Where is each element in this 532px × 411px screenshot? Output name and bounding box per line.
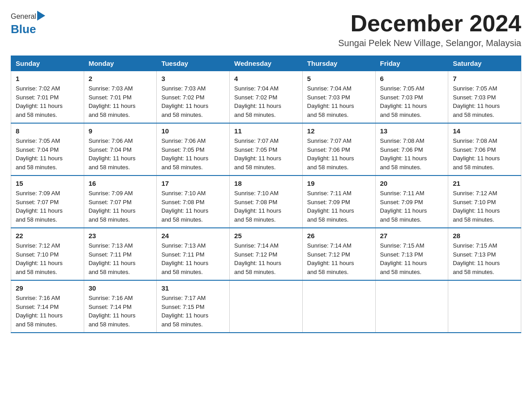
col-header-saturday: Saturday [448,56,521,71]
day-number: 26 [307,232,371,240]
calendar-week-row-4: 22 Sunrise: 7:12 AM Sunset: 7:10 PM Dayl… [11,228,521,280]
location-subtitle: Sungai Pelek New Village, Selangor, Mala… [338,38,521,48]
day-info: Sunrise: 7:11 AM Sunset: 7:09 PM Dayligh… [307,189,371,224]
calendar-week-row-1: 1 Sunrise: 7:02 AM Sunset: 7:01 PM Dayli… [11,71,521,124]
calendar-cell: 13 Sunrise: 7:08 AM Sunset: 7:06 PM Dayl… [375,123,448,176]
calendar-week-row-3: 15 Sunrise: 7:09 AM Sunset: 7:07 PM Dayl… [11,176,521,228]
calendar-cell: 6 Sunrise: 7:05 AM Sunset: 7:03 PM Dayli… [375,71,448,124]
day-info: Sunrise: 7:05 AM Sunset: 7:04 PM Dayligh… [16,137,79,171]
day-info: Sunrise: 7:15 AM Sunset: 7:13 PM Dayligh… [453,241,516,276]
calendar-cell: 4 Sunrise: 7:04 AM Sunset: 7:02 PM Dayli… [230,71,303,124]
calendar-cell: 11 Sunrise: 7:07 AM Sunset: 7:05 PM Dayl… [230,123,303,176]
logo: General Blue [11,11,46,36]
calendar-cell: 22 Sunrise: 7:12 AM Sunset: 7:10 PM Dayl… [11,228,84,280]
day-info: Sunrise: 7:06 AM Sunset: 7:04 PM Dayligh… [89,137,152,171]
day-number: 21 [453,180,516,187]
calendar-cell: 3 Sunrise: 7:03 AM Sunset: 7:02 PM Dayli… [157,71,230,124]
day-number: 10 [161,127,225,135]
calendar-cell: 28 Sunrise: 7:15 AM Sunset: 7:13 PM Dayl… [448,228,521,280]
day-number: 27 [380,232,444,240]
calendar-cell: 14 Sunrise: 7:08 AM Sunset: 7:06 PM Dayl… [448,123,521,176]
day-info: Sunrise: 7:09 AM Sunset: 7:07 PM Dayligh… [89,189,152,224]
day-number: 13 [380,127,444,135]
day-info: Sunrise: 7:07 AM Sunset: 7:05 PM Dayligh… [234,137,298,171]
calendar-cell [230,280,303,333]
calendar-cell: 9 Sunrise: 7:06 AM Sunset: 7:04 PM Dayli… [84,123,157,176]
calendar-week-row-2: 8 Sunrise: 7:05 AM Sunset: 7:04 PM Dayli… [11,123,521,176]
day-number: 24 [161,232,225,240]
calendar-cell: 17 Sunrise: 7:10 AM Sunset: 7:08 PM Dayl… [157,176,230,228]
col-header-sunday: Sunday [11,56,84,71]
day-number: 17 [161,180,225,187]
day-info: Sunrise: 7:07 AM Sunset: 7:06 PM Dayligh… [307,137,371,171]
day-number: 6 [380,75,444,82]
day-number: 18 [234,180,298,187]
calendar-cell [375,280,448,333]
day-info: Sunrise: 7:05 AM Sunset: 7:03 PM Dayligh… [380,84,444,119]
day-number: 7 [453,75,516,82]
calendar-cell: 1 Sunrise: 7:02 AM Sunset: 7:01 PM Dayli… [11,71,84,124]
day-number: 3 [161,75,225,82]
calendar-cell: 5 Sunrise: 7:04 AM Sunset: 7:03 PM Dayli… [302,71,375,124]
calendar-cell: 7 Sunrise: 7:05 AM Sunset: 7:03 PM Dayli… [448,71,521,124]
day-number: 19 [307,180,371,187]
calendar-cell: 21 Sunrise: 7:12 AM Sunset: 7:10 PM Dayl… [448,176,521,228]
day-info: Sunrise: 7:14 AM Sunset: 7:12 PM Dayligh… [307,241,371,276]
day-info: Sunrise: 7:03 AM Sunset: 7:01 PM Dayligh… [89,84,152,119]
day-info: Sunrise: 7:02 AM Sunset: 7:01 PM Dayligh… [16,84,79,119]
calendar-cell [302,280,375,333]
day-info: Sunrise: 7:09 AM Sunset: 7:07 PM Dayligh… [16,189,79,224]
col-header-tuesday: Tuesday [157,56,230,71]
calendar-week-row-5: 29 Sunrise: 7:16 AM Sunset: 7:14 PM Dayl… [11,280,521,333]
calendar-cell: 19 Sunrise: 7:11 AM Sunset: 7:09 PM Dayl… [302,176,375,228]
calendar-cell [448,280,521,333]
day-info: Sunrise: 7:08 AM Sunset: 7:06 PM Dayligh… [453,137,516,171]
calendar-cell: 15 Sunrise: 7:09 AM Sunset: 7:07 PM Dayl… [11,176,84,228]
calendar-cell: 10 Sunrise: 7:06 AM Sunset: 7:05 PM Dayl… [157,123,230,176]
calendar-cell: 27 Sunrise: 7:15 AM Sunset: 7:13 PM Dayl… [375,228,448,280]
calendar-cell: 18 Sunrise: 7:10 AM Sunset: 7:08 PM Dayl… [230,176,303,228]
calendar-cell: 23 Sunrise: 7:13 AM Sunset: 7:11 PM Dayl… [84,228,157,280]
day-info: Sunrise: 7:16 AM Sunset: 7:14 PM Dayligh… [16,294,79,329]
day-info: Sunrise: 7:08 AM Sunset: 7:06 PM Dayligh… [380,137,444,171]
calendar-cell: 12 Sunrise: 7:07 AM Sunset: 7:06 PM Dayl… [302,123,375,176]
day-info: Sunrise: 7:03 AM Sunset: 7:02 PM Dayligh… [161,84,225,119]
day-number: 23 [89,232,152,240]
day-info: Sunrise: 7:16 AM Sunset: 7:14 PM Dayligh… [89,294,152,329]
col-header-friday: Friday [375,56,448,71]
day-number: 22 [16,232,79,240]
day-number: 15 [16,180,79,187]
day-info: Sunrise: 7:12 AM Sunset: 7:10 PM Dayligh… [453,189,516,224]
day-info: Sunrise: 7:11 AM Sunset: 7:09 PM Dayligh… [380,189,444,224]
day-number: 1 [16,75,79,82]
day-info: Sunrise: 7:10 AM Sunset: 7:08 PM Dayligh… [161,189,225,224]
day-info: Sunrise: 7:15 AM Sunset: 7:13 PM Dayligh… [380,241,444,276]
day-number: 8 [16,127,79,135]
calendar-cell: 25 Sunrise: 7:14 AM Sunset: 7:12 PM Dayl… [230,228,303,280]
day-info: Sunrise: 7:10 AM Sunset: 7:08 PM Dayligh… [234,189,298,224]
day-number: 14 [453,127,516,135]
col-header-thursday: Thursday [302,56,375,71]
calendar-cell: 2 Sunrise: 7:03 AM Sunset: 7:01 PM Dayli… [84,71,157,124]
svg-marker-0 [37,11,45,21]
day-number: 9 [89,127,152,135]
col-header-wednesday: Wednesday [230,56,303,71]
day-number: 16 [89,180,152,187]
calendar-cell: 24 Sunrise: 7:13 AM Sunset: 7:11 PM Dayl… [157,228,230,280]
day-number: 4 [234,75,298,82]
calendar-cell: 16 Sunrise: 7:09 AM Sunset: 7:07 PM Dayl… [84,176,157,228]
calendar-table: SundayMondayTuesdayWednesdayThursdayFrid… [11,56,521,333]
day-info: Sunrise: 7:12 AM Sunset: 7:10 PM Dayligh… [16,241,79,276]
month-title: December 2024 [338,11,521,36]
day-info: Sunrise: 7:13 AM Sunset: 7:11 PM Dayligh… [89,241,152,276]
calendar-cell: 31 Sunrise: 7:17 AM Sunset: 7:15 PM Dayl… [157,280,230,333]
page-header: General Blue December 2024 Sungai Pelek … [11,11,521,48]
day-number: 5 [307,75,371,82]
col-header-monday: Monday [84,56,157,71]
day-number: 31 [161,284,225,292]
calendar-cell: 30 Sunrise: 7:16 AM Sunset: 7:14 PM Dayl… [84,280,157,333]
calendar-cell: 20 Sunrise: 7:11 AM Sunset: 7:09 PM Dayl… [375,176,448,228]
calendar-header-row: SundayMondayTuesdayWednesdayThursdayFrid… [11,56,521,71]
day-info: Sunrise: 7:14 AM Sunset: 7:12 PM Dayligh… [234,241,298,276]
calendar-cell: 8 Sunrise: 7:05 AM Sunset: 7:04 PM Dayli… [11,123,84,176]
